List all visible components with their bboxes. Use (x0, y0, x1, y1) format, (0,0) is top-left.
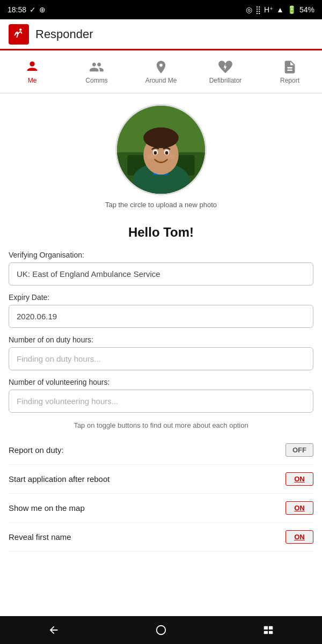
tab-me-label: Me (28, 77, 37, 84)
svg-rect-18 (264, 626, 268, 630)
toggle-show-on-map-button[interactable]: ON (286, 501, 313, 515)
status-bar-left: 18:58 ✓ ⊕ (8, 5, 46, 14)
svg-point-17 (157, 626, 166, 635)
tab-defibrillator[interactable]: Defibrillator (193, 50, 258, 93)
svg-point-14 (165, 151, 169, 155)
toggle-hint: Tap on toggle buttons to find out more a… (9, 421, 313, 429)
app-bar: Responder (0, 19, 322, 50)
field-volunteering-hours-label: Number of volunteering hours: (9, 378, 313, 386)
nav-tabs: Me Comms Around Me Defibrillator Report (0, 50, 322, 93)
signal-icon: ▲ (276, 5, 284, 14)
svg-point-0 (19, 28, 21, 31)
toggle-show-on-map-label: Show me on the map (9, 503, 85, 513)
toggle-reveal-first-name: Reveal first name ON (9, 523, 313, 552)
field-expiry-date: Expiry Date: 2020.06.19 (9, 293, 313, 328)
tab-me[interactable]: Me (0, 50, 64, 93)
battery-pct: 54% (299, 5, 314, 14)
status-bar-right: ◎ ⣿ H⁺ ▲ 🔋 54% (246, 5, 314, 14)
field-on-duty-hours: Number of on duty hours: Finding on duty… (9, 335, 313, 370)
tab-report-label: Report (280, 77, 299, 84)
field-on-duty-hours-value[interactable]: Finding on duty hours... (9, 347, 313, 370)
field-volunteering-hours: Number of volunteering hours: Finding vo… (9, 378, 313, 413)
tab-around-me[interactable]: Around Me (129, 50, 193, 93)
toggle-start-after-reboot-label: Start application after reboot (9, 474, 109, 484)
field-verifying-org-label: Verifying Organisation: (9, 251, 313, 259)
greeting-text: Hello Tom! (9, 225, 313, 240)
svg-rect-21 (269, 631, 273, 634)
app-title: Responder (35, 27, 93, 41)
home-button[interactable] (147, 620, 175, 640)
field-volunteering-hours-value[interactable]: Finding volunteering hours... (9, 390, 313, 413)
avatar-caption: Tap the circle to upload a new photo (105, 201, 217, 209)
location-icon: ⊕ (39, 5, 46, 14)
toggle-start-after-reboot: Start application after reboot ON (9, 465, 313, 494)
back-button[interactable] (40, 620, 68, 640)
svg-point-13 (153, 151, 157, 155)
app-logo-icon (9, 24, 29, 45)
tab-around-me-label: Around Me (145, 77, 177, 84)
status-bar: 18:58 ✓ ⊕ ◎ ⣿ H⁺ ▲ 🔋 54% (0, 0, 322, 19)
field-on-duty-hours-label: Number of on duty hours: (9, 335, 313, 344)
svg-point-10 (143, 128, 179, 149)
vibrate-icon: ⣿ (255, 5, 261, 14)
field-expiry-date-label: Expiry Date: (9, 293, 313, 302)
battery-icon: 🔋 (287, 5, 296, 14)
svg-point-1 (30, 61, 34, 66)
toggle-show-on-map: Show me on the map ON (9, 494, 313, 523)
bottom-nav-bar (0, 616, 322, 644)
tab-defibrillator-label: Defibrillator (209, 77, 242, 84)
toggle-start-after-reboot-button[interactable]: ON (286, 472, 313, 486)
avatar-section: NHS Tap the c (9, 104, 313, 216)
tab-comms-label: Comms (85, 77, 107, 84)
tab-comms[interactable]: Comms (64, 50, 129, 93)
svg-point-15 (147, 154, 155, 159)
recents-button[interactable] (254, 620, 282, 640)
toggle-reveal-first-name-label: Reveal first name (9, 532, 71, 541)
svg-rect-19 (269, 626, 273, 630)
network-icon: H⁺ (264, 5, 273, 14)
field-verifying-org: Verifying Organisation: UK: East of Engl… (9, 251, 313, 286)
toggle-report-on-duty-label: Report on duty: (9, 445, 64, 455)
main-content: NHS Tap the c (0, 93, 322, 616)
toggle-report-on-duty: Report on duty: OFF (9, 436, 313, 465)
svg-point-16 (167, 154, 175, 159)
tab-report[interactable]: Report (258, 50, 322, 93)
field-expiry-date-value[interactable]: 2020.06.19 (9, 305, 313, 328)
status-time: 18:58 (8, 5, 26, 14)
field-verifying-org-value[interactable]: UK: East of England Ambulance Service (9, 262, 313, 286)
avatar-upload[interactable]: NHS (115, 104, 207, 195)
check-icon: ✓ (30, 5, 36, 14)
gps-icon: ◎ (246, 5, 252, 14)
svg-rect-20 (264, 631, 268, 634)
toggle-reveal-first-name-button[interactable]: ON (286, 530, 313, 544)
toggle-report-on-duty-button[interactable]: OFF (286, 443, 313, 457)
